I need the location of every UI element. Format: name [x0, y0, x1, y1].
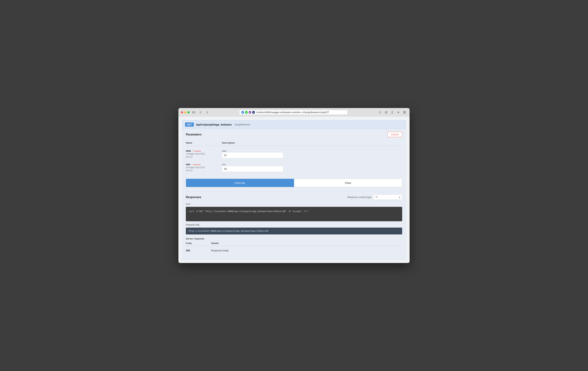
svg-rect-5 [403, 111, 404, 112]
responses-title: Responses [186, 196, 201, 199]
maximize-button[interactable] [188, 111, 190, 113]
curl-label: Curl [186, 203, 402, 205]
param-row-min: min * required integer($int32) (query) m… [186, 161, 402, 174]
params-table-header: Name Description [186, 140, 402, 146]
param-label-max: max [222, 149, 226, 152]
curl-section: Curl curl -X GET "http://localhost:8080/… [186, 203, 402, 221]
param-name-min: min [186, 163, 190, 166]
svg-rect-1 [194, 111, 195, 112]
param-type-min: integer($int32) [186, 166, 222, 169]
address-bar[interactable]: ● ● ● ● localhost:8080/swagger-ui/#/peop… [239, 110, 348, 115]
response-content-type: Response content type */* application/js… [347, 194, 402, 200]
content-type-select[interactable]: */* application/json [373, 194, 402, 200]
param-row-max: max * required integer($int32) (query) m… [186, 147, 402, 161]
share-button[interactable] [390, 110, 395, 115]
svg-rect-6 [405, 111, 406, 112]
back-button[interactable] [198, 110, 203, 115]
page-content: GET /api/v1/people/age_between byAgeBetw… [178, 117, 410, 263]
param-input-max[interactable] [222, 152, 283, 159]
param-type-max: integer($int32) [186, 153, 222, 155]
param-name-max: max [186, 149, 191, 152]
request-url-block: http://localhost:8080/api/v1/people/age_… [186, 228, 402, 234]
clear-button[interactable]: Clear [294, 179, 402, 187]
svg-rect-0 [192, 111, 193, 113]
browser-icon-3: ● [249, 111, 251, 114]
param-name-col-min: min * required integer($int32) (query) [186, 163, 222, 172]
response-details: Response body [211, 249, 402, 252]
response-row-200: 200 Response body [186, 248, 402, 254]
required-badge-max: * required [192, 150, 201, 152]
response-code: 200 [186, 249, 211, 252]
required-badge-min: * required [192, 163, 200, 166]
svg-rect-2 [194, 112, 195, 113]
responses-header: Responses Response content type */* appl… [186, 194, 402, 200]
api-card: GET /api/v1/people/age_between byAgeBetw… [182, 120, 406, 259]
sidebar-toggle-button[interactable] [191, 110, 197, 115]
name-column-header: Name [186, 141, 222, 144]
server-response-label: Server response [186, 237, 402, 240]
cancel-button[interactable]: Cancel [387, 132, 402, 137]
section-header: Parameters Cancel [186, 132, 402, 137]
param-input-min[interactable] [222, 166, 283, 172]
details-col-header: Details [211, 242, 402, 244]
param-location-min: (query) [186, 169, 222, 172]
code-col-header: Code [186, 242, 211, 244]
browser-icon-2: ● [245, 111, 248, 114]
curl-code-block: curl -X GET "http://localhost:8080/api/v… [186, 207, 402, 221]
content-type-select-wrapper: */* application/json [373, 194, 402, 200]
toolbar-right-icons [378, 110, 407, 115]
param-location-max: (query) [186, 156, 222, 158]
close-button[interactable] [181, 111, 183, 113]
browser-toolbar: ● ● ● ● localhost:8080/swagger-ui/#/peop… [191, 110, 407, 115]
endpoint-tag: byAgeBetween [235, 123, 250, 126]
parameters-title: Parameters [186, 133, 201, 136]
execute-button[interactable]: Execute [186, 179, 294, 187]
content-type-label: Response content type [347, 196, 371, 199]
method-badge: GET [185, 122, 194, 127]
description-column-header: Description [222, 141, 402, 144]
download-button[interactable] [384, 110, 389, 115]
param-desc-col-min: min [222, 163, 402, 172]
browser-window: ● ● ● ● localhost:8080/swagger-ui/#/peop… [178, 108, 410, 263]
request-url-section: Request URL http://localhost:8080/api/v1… [186, 223, 402, 234]
response-table-header: Code Details [186, 242, 402, 246]
param-desc-col-max: max [222, 149, 402, 159]
api-header: GET /api/v1/people/age_between byAgeBetw… [182, 120, 406, 129]
param-label-min: min [222, 163, 226, 166]
forward-button[interactable] [204, 110, 210, 115]
url-icons: ● ● ● ● [241, 111, 255, 114]
svg-rect-7 [403, 113, 404, 113]
extensions-button[interactable] [402, 110, 407, 115]
browser-icon-4: ● [252, 111, 255, 114]
new-tab-button[interactable] [396, 110, 401, 115]
traffic-lights [181, 111, 190, 113]
param-name-col-max: max * required integer($int32) (query) [186, 149, 222, 159]
endpoint-path: /api/v1/people/age_between [196, 123, 232, 126]
browser-chrome: ● ● ● ● localhost:8080/swagger-ui/#/peop… [178, 108, 410, 117]
svg-rect-3 [194, 113, 195, 113]
server-response-section: Server response Code Details 200 Respons… [186, 237, 402, 254]
responses-section: Responses Response content type */* appl… [186, 191, 402, 256]
action-buttons: Execute Clear [186, 179, 402, 187]
refresh-button[interactable] [378, 110, 382, 115]
svg-rect-8 [405, 113, 406, 113]
browser-icon-1: ● [241, 111, 244, 114]
parameters-section: Parameters Cancel Name Description max *… [182, 129, 406, 259]
minimize-button[interactable] [184, 111, 186, 113]
request-url-label: Request URL [186, 223, 402, 226]
url-text: localhost:8080/swagger-ui/#/people-contr… [256, 111, 346, 114]
